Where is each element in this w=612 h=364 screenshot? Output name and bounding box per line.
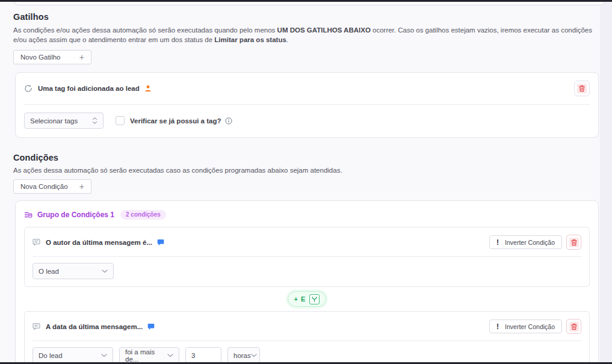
chat-filled-icon[interactable]: [147, 323, 155, 330]
condition-card-1: O autor da última mensagem é... ! Invert…: [24, 227, 590, 287]
verify-tag-checkbox[interactable]: [116, 116, 125, 125]
comparison-select-value: foi a mais de...: [125, 348, 167, 363]
divider: [32, 341, 581, 341]
new-trigger-button-label: Novo Gatilho: [20, 54, 60, 61]
delete-condition-button[interactable]: [566, 319, 581, 334]
plus-icon: +: [79, 182, 84, 191]
author-select-value: O lead: [39, 268, 59, 275]
chevron-down-icon: [167, 354, 173, 357]
select-tags-placeholder: Selecionar tags: [30, 117, 78, 125]
trigger-card: Uma tag foi adicionada ao lead Seleciona…: [15, 72, 599, 138]
filter-icon: [24, 211, 32, 219]
trash-icon: [577, 84, 587, 93]
author-select[interactable]: O lead: [32, 263, 114, 279]
condition-group-card: Grupo de Condições 1 2 condições O autor…: [15, 200, 599, 364]
divider: [32, 256, 581, 257]
triggers-section-title: Gatilhos: [13, 12, 599, 22]
condition-group-title: Grupo de Condições 1: [37, 211, 114, 219]
triggers-description: As condições e/ou ações dessa automação …: [13, 25, 596, 45]
invert-condition-label: Inverter Condição: [505, 239, 555, 246]
exclamation-icon: !: [496, 238, 499, 247]
and-connector-label: + E: [294, 295, 306, 303]
plus-icon: +: [79, 53, 84, 61]
comparison-select[interactable]: foi a mais de...: [119, 347, 179, 363]
trigger-title: Uma tag foi adicionada ao lead: [38, 85, 140, 92]
invert-condition-label: Inverter Condição: [505, 323, 555, 330]
and-connector-button[interactable]: + E: [288, 291, 327, 307]
conditions-section-title: Condições: [13, 153, 599, 162]
chevron-down-icon: [101, 354, 107, 357]
chat-filled-icon[interactable]: [157, 239, 164, 246]
chevron-down-icon: [251, 354, 257, 357]
conditions-description: As ações dessa automação só serão execut…: [13, 165, 596, 175]
invert-condition-button[interactable]: ! Inverter Condição: [489, 235, 562, 249]
condition-count-badge: 2 condições: [120, 210, 166, 220]
info-icon[interactable]: [225, 117, 232, 125]
divider: [24, 104, 590, 105]
automation-settings-panel: Gatilhos As condições e/ou ações dessa a…: [13, 12, 599, 364]
new-condition-button[interactable]: Nova Condição +: [13, 179, 91, 194]
condition-title: A data da última mensagem...: [46, 323, 143, 330]
comment-outline-icon: [32, 238, 40, 246]
triggers-description-period: .: [286, 36, 288, 43]
new-trigger-button[interactable]: Novo Gatilho +: [13, 50, 91, 64]
user-icon: [144, 85, 152, 92]
chevron-updown-icon: [92, 117, 97, 125]
delete-trigger-button[interactable]: [574, 81, 590, 96]
sync-icon: [24, 84, 32, 93]
comment-outline-icon: [32, 322, 40, 330]
top-border: [0, 0, 612, 2]
message-source-select[interactable]: Do lead: [32, 347, 113, 363]
chevron-down-icon: [102, 270, 108, 273]
new-condition-button-label: Nova Condição: [20, 183, 68, 190]
delete-condition-button[interactable]: [566, 235, 581, 250]
condition-title: O autor da última mensagem é...: [46, 239, 152, 246]
time-unit-select[interactable]: horas: [227, 347, 260, 363]
condition-card-2: A data da última mensagem... ! Inverter …: [24, 311, 590, 364]
time-unit-select-value: horas: [233, 352, 251, 359]
branch-icon: [309, 294, 320, 304]
duration-input[interactable]: [185, 347, 221, 363]
select-tags-dropdown[interactable]: Selecionar tags: [24, 113, 104, 129]
triggers-description-bold: UM DOS GATILHOS ABAIXO: [277, 26, 371, 34]
trash-icon: [569, 322, 579, 332]
triggers-description-text: As condições e/ou ações dessa automação …: [13, 26, 277, 34]
right-gutter: [600, 0, 612, 364]
exclamation-icon: !: [496, 322, 499, 331]
trash-icon: [569, 238, 579, 247]
message-source-select-value: Do lead: [39, 352, 63, 359]
verify-tag-checkbox-label: Verificar se já possui a tag?: [130, 117, 221, 125]
triggers-description-bold2: Limitar para os status: [214, 36, 286, 43]
invert-condition-button[interactable]: ! Inverter Condição: [489, 319, 562, 333]
